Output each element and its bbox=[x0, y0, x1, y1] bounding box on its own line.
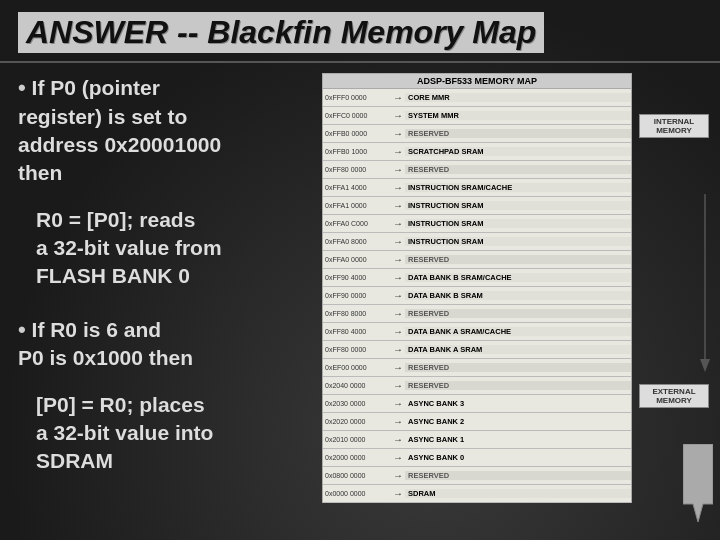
map-arrow-indicator: → bbox=[391, 200, 405, 211]
map-address: 0xFFB0 0000 bbox=[323, 130, 391, 137]
map-arrow-indicator: → bbox=[391, 416, 405, 427]
map-arrow-indicator: → bbox=[391, 308, 405, 319]
svg-marker-1 bbox=[700, 359, 710, 372]
map-segment-label: INSTRUCTION SRAM/CACHE bbox=[405, 183, 631, 192]
map-address: 0x2010 0000 bbox=[323, 436, 391, 443]
right-panel: ADSP-BF533 MEMORY MAP 0xFFF0 0000→CORE M… bbox=[312, 73, 708, 523]
map-segment-label: INSTRUCTION SRAM bbox=[405, 201, 631, 210]
map-row: 0xEF00 0000→RESERVED bbox=[323, 359, 631, 377]
map-address: 0xFFA1 4000 bbox=[323, 184, 391, 191]
content-area: • If P0 (pointer register) is set to add… bbox=[0, 63, 720, 533]
map-segment-label: ASYNC BANK 3 bbox=[405, 399, 631, 408]
map-address: 0x2030 0000 bbox=[323, 400, 391, 407]
map-address: 0xFFB0 1000 bbox=[323, 148, 391, 155]
map-row: 0xFFA0 8000→INSTRUCTION SRAM bbox=[323, 233, 631, 251]
left-panel: • If P0 (pointer register) is set to add… bbox=[12, 73, 302, 523]
map-row: 0xFF80 8000→RESERVED bbox=[323, 305, 631, 323]
map-segment-label: RESERVED bbox=[405, 471, 631, 480]
internal-memory-arrow bbox=[697, 194, 713, 374]
bullet-2-marker: • bbox=[18, 317, 26, 342]
map-segment-label: DATA BANK B SRAM/CACHE bbox=[405, 273, 631, 282]
map-address: 0xFFA0 8000 bbox=[323, 238, 391, 245]
map-row: 0x0000 0000→SDRAM bbox=[323, 485, 631, 503]
bullet-1-marker: • bbox=[18, 75, 26, 100]
external-memory-arrow bbox=[683, 444, 713, 524]
map-row: 0xFF80 4000→DATA BANK A SRAM/CACHE bbox=[323, 323, 631, 341]
bullet-2-code: [P0] = R0; places a 32-bit value into SD… bbox=[18, 391, 296, 476]
map-segment-label: SCRATCHPAD SRAM bbox=[405, 147, 631, 156]
map-row: 0x2040 0000→RESERVED bbox=[323, 377, 631, 395]
map-arrow-indicator: → bbox=[391, 92, 405, 103]
map-row: 0xFFA1 0000→INSTRUCTION SRAM bbox=[323, 197, 631, 215]
map-row: 0xFFB0 0000→RESERVED bbox=[323, 125, 631, 143]
map-address: 0x2040 0000 bbox=[323, 382, 391, 389]
map-arrow-indicator: → bbox=[391, 380, 405, 391]
map-row: 0xFF90 0000→DATA BANK B SRAM bbox=[323, 287, 631, 305]
map-segment-label: DATA BANK B SRAM bbox=[405, 291, 631, 300]
map-arrow-indicator: → bbox=[391, 344, 405, 355]
map-segment-label: ASYNC BANK 0 bbox=[405, 453, 631, 462]
slide-title: ANSWER -- Blackfin Memory Map bbox=[18, 12, 544, 53]
map-segment-label: RESERVED bbox=[405, 165, 631, 174]
map-segment-label: INSTRUCTION SRAM bbox=[405, 219, 631, 228]
map-arrow-indicator: → bbox=[391, 218, 405, 229]
map-address: 0x0000 0000 bbox=[323, 490, 391, 497]
map-arrow-indicator: → bbox=[391, 470, 405, 481]
map-address: 0xFF90 4000 bbox=[323, 274, 391, 281]
map-address: 0xFFF0 0000 bbox=[323, 94, 391, 101]
memory-map: ADSP-BF533 MEMORY MAP 0xFFF0 0000→CORE M… bbox=[322, 73, 632, 503]
map-address: 0x2000 0000 bbox=[323, 454, 391, 461]
map-segment-label: INSTRUCTION SRAM bbox=[405, 237, 631, 246]
slide-header: ANSWER -- Blackfin Memory Map bbox=[0, 0, 720, 63]
map-arrow-indicator: → bbox=[391, 128, 405, 139]
map-row: 0xFFF0 0000→CORE MMR bbox=[323, 89, 631, 107]
map-address: 0xFF90 0000 bbox=[323, 292, 391, 299]
map-row: 0x0800 0000→RESERVED bbox=[323, 467, 631, 485]
bullet-1-code: R0 = [P0]; reads a 32-bit value from FLA… bbox=[18, 206, 296, 291]
map-address: 0xFF80 8000 bbox=[323, 310, 391, 317]
map-segment-label: RESERVED bbox=[405, 255, 631, 264]
map-address: 0xFFA0 0000 bbox=[323, 256, 391, 263]
map-address: 0xFFC0 0000 bbox=[323, 112, 391, 119]
map-segment-label: SYSTEM MMR bbox=[405, 111, 631, 120]
map-address: 0xFFA0 C000 bbox=[323, 220, 391, 227]
internal-memory-label: INTERNALMEMORY bbox=[639, 114, 709, 138]
map-address: 0xEF00 0000 bbox=[323, 364, 391, 371]
map-row: 0xFFA0 0000→RESERVED bbox=[323, 251, 631, 269]
map-arrow-indicator: → bbox=[391, 236, 405, 247]
bullet-1-text: If P0 (pointer register) is set to addre… bbox=[18, 76, 221, 184]
map-row: 0xFFA0 C000→INSTRUCTION SRAM bbox=[323, 215, 631, 233]
map-arrow-indicator: → bbox=[391, 164, 405, 175]
map-address: 0xFFA1 0000 bbox=[323, 202, 391, 209]
map-segment-label: ASYNC BANK 1 bbox=[405, 435, 631, 444]
map-arrow-indicator: → bbox=[391, 272, 405, 283]
map-segment-label: DATA BANK A SRAM/CACHE bbox=[405, 327, 631, 336]
map-segment-label: SDRAM bbox=[405, 489, 631, 498]
map-arrow-indicator: → bbox=[391, 146, 405, 157]
map-row: 0xFF80 0000→RESERVED bbox=[323, 161, 631, 179]
map-segment-label: RESERVED bbox=[405, 129, 631, 138]
map-row: 0x2010 0000→ASYNC BANK 1 bbox=[323, 431, 631, 449]
map-address: 0x0800 0000 bbox=[323, 472, 391, 479]
bullet-2-text: If R0 is 6 and P0 is 0x1000 then bbox=[18, 318, 193, 370]
map-row: 0x2000 0000→ASYNC BANK 0 bbox=[323, 449, 631, 467]
map-arrow-indicator: → bbox=[391, 398, 405, 409]
map-arrow-indicator: → bbox=[391, 110, 405, 121]
map-arrow-indicator: → bbox=[391, 362, 405, 373]
map-arrow-indicator: → bbox=[391, 326, 405, 337]
map-segment-label: RESERVED bbox=[405, 309, 631, 318]
map-address: 0x2020 0000 bbox=[323, 418, 391, 425]
map-row: 0xFF80 0000→DATA BANK A SRAM bbox=[323, 341, 631, 359]
svg-marker-2 bbox=[683, 444, 713, 522]
map-row: 0x2020 0000→ASYNC BANK 2 bbox=[323, 413, 631, 431]
map-arrow-indicator: → bbox=[391, 254, 405, 265]
map-row: 0xFFB0 1000→SCRATCHPAD SRAM bbox=[323, 143, 631, 161]
map-row: 0xFFC0 0000→SYSTEM MMR bbox=[323, 107, 631, 125]
map-segment-label: DATA BANK A SRAM bbox=[405, 345, 631, 354]
slide: ANSWER -- Blackfin Memory Map • If P0 (p… bbox=[0, 0, 720, 540]
map-segment-label: ASYNC BANK 2 bbox=[405, 417, 631, 426]
map-title: ADSP-BF533 MEMORY MAP bbox=[323, 74, 631, 89]
map-arrow-indicator: → bbox=[391, 290, 405, 301]
map-rows-container: 0xFFF0 0000→CORE MMR0xFFC0 0000→SYSTEM M… bbox=[323, 89, 631, 503]
map-address: 0xFF80 0000 bbox=[323, 346, 391, 353]
